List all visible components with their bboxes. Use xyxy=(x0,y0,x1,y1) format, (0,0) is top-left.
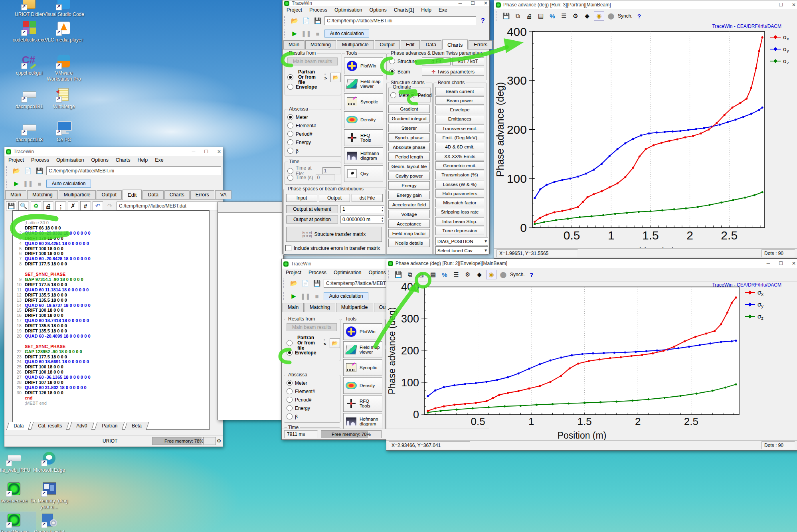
tracewin-editor-window[interactable]: TraceWin ─☐✕ ProjectProcessOptimisationO… xyxy=(4,147,223,447)
menu-process[interactable]: Process xyxy=(309,7,327,13)
radio-icon[interactable] xyxy=(287,413,293,419)
radio-icon[interactable] xyxy=(287,405,293,411)
field-map-viewer-button[interactable]: Field map viewer xyxy=(343,341,382,358)
rfq-tools-button[interactable]: RFQ Tools xyxy=(344,129,383,146)
beam-chart-4d-6d-emit--button[interactable]: 4D & 6D emit. xyxy=(435,143,484,151)
marker-icon[interactable]: ◆ xyxy=(475,270,484,279)
radio-icon[interactable] xyxy=(287,388,293,394)
save-icon[interactable]: 💾 xyxy=(312,279,322,288)
menu-exe[interactable]: Exe xyxy=(439,7,447,13)
time-value-field[interactable]: 0 xyxy=(316,174,335,181)
radio-abscissa-meter[interactable]: Meter xyxy=(287,380,307,386)
radio-icon[interactable] xyxy=(409,92,415,98)
inactive-dot-icon[interactable]: ⬤ xyxy=(606,12,616,20)
tab-va[interactable]: VA xyxy=(215,190,232,199)
density-button[interactable]: Density xyxy=(343,377,382,394)
hofmann-diagram-button[interactable]: Hofmann diagram xyxy=(343,413,382,430)
radio-icon[interactable] xyxy=(287,139,293,145)
active-dot-icon[interactable]: ◉ xyxy=(594,11,604,21)
context-help-icon[interactable]: ? xyxy=(635,12,644,20)
number-icon[interactable]: # xyxy=(80,201,91,211)
run-icon[interactable]: ▶ xyxy=(12,179,21,188)
open-folder-icon[interactable]: 📂 xyxy=(290,16,299,25)
radio-icon[interactable] xyxy=(389,69,395,75)
time-value-field[interactable]: 1 xyxy=(322,167,341,174)
print-icon[interactable]: 🖨 xyxy=(43,201,53,211)
window-controls[interactable]: ─☐✕ xyxy=(767,259,796,268)
new-file-icon[interactable]: 📄 xyxy=(23,166,33,175)
comment-icon[interactable]: ; xyxy=(55,201,66,211)
menu-optimisation[interactable]: Optimisation xyxy=(56,157,84,163)
desktop-icon-vmware-workstation-pro[interactable]: VMware Workstation Pro xyxy=(42,53,86,82)
table-icon[interactable]: ▤ xyxy=(428,270,438,279)
title-bar[interactable]: TraceWin─☐✕ xyxy=(283,0,489,6)
tab-edit[interactable]: Edit xyxy=(123,190,142,200)
menu-process[interactable]: Process xyxy=(309,270,326,275)
density-button[interactable]: Density xyxy=(344,111,383,128)
main-tab-bar[interactable]: MainMatchingMultiparticleOutputEditDataC… xyxy=(283,40,489,49)
field-map-viewer-button[interactable]: Field map viewer xyxy=(344,75,383,92)
radio-icon[interactable] xyxy=(389,58,395,64)
checkbox-icon[interactable] xyxy=(285,245,291,251)
structure-chart-steerer-button[interactable]: Steerer xyxy=(388,124,430,132)
bottom-tab-adv0[interactable]: Adv0 xyxy=(69,422,95,430)
menu-exe[interactable]: Exe xyxy=(155,157,164,163)
bottom-tab-beta[interactable]: Beta xyxy=(125,422,149,430)
desktop-icon-vlc-media-player[interactable]: VLC media player xyxy=(42,20,86,43)
structure-chart-energy-gain-button[interactable]: Energy gain xyxy=(388,191,430,199)
copy-icon[interactable]: ⧉ xyxy=(513,12,522,20)
new-file-icon[interactable]: 📄 xyxy=(301,16,311,25)
plotwin-button[interactable]: PlotWin xyxy=(344,57,383,74)
settings-icon[interactable]: ⚙ xyxy=(571,12,580,20)
bottom-tab-data[interactable]: Data xyxy=(6,422,31,430)
structure-chart-gradient-button[interactable]: Gradient xyxy=(388,105,430,113)
phase-spaces-input-button[interactable]: Input xyxy=(286,194,317,202)
radio-icon[interactable] xyxy=(287,114,293,120)
structure-chart-energy-button[interactable]: Energy xyxy=(388,181,430,190)
save-file-icon[interactable]: 💾 xyxy=(6,201,16,211)
project-path-field[interactable]: C:/temp/temp7/lattice/MEBT.ini xyxy=(46,166,221,175)
bottom-tab-cal-results[interactable]: Cal. results xyxy=(31,422,69,430)
percent-icon[interactable]: % xyxy=(440,270,449,279)
tab-main[interactable]: Main xyxy=(283,303,304,312)
pause-icon[interactable]: ❚❚ xyxy=(23,179,33,188)
beam-chart-emittances-button[interactable]: Emittances xyxy=(435,115,484,123)
beam-chart-beam-current-button[interactable]: Beam current xyxy=(435,87,484,95)
stop-icon[interactable]: ■ xyxy=(35,179,44,188)
beam-chart-halo-parameters-button[interactable]: Halo parameters xyxy=(435,189,484,198)
structure-chart-acceptance-button[interactable]: Acceptance xyxy=(388,220,430,228)
levels-icon[interactable]: ☰ xyxy=(451,270,461,279)
menu-bar[interactable]: ProjectProcessOptimisationOptionsChartsH… xyxy=(4,156,223,164)
tab-charts[interactable]: Charts xyxy=(164,190,190,199)
main-tab-bar[interactable]: MainMatchingMultiparticleOutputEditDataC… xyxy=(4,190,223,200)
radio-ordinate-meter[interactable]: Meter xyxy=(390,92,411,98)
beam-chart-transverse-emit--button[interactable]: Transverse emit. xyxy=(435,124,484,133)
tab-multiparticle[interactable]: Multiparticle xyxy=(336,303,373,312)
project-path-field[interactable]: C:/temp/temp7/lattice/MEBT.ini xyxy=(324,16,476,25)
main-beam-results-button[interactable]: Main beam results xyxy=(287,57,338,65)
blank-window-titlebar[interactable] xyxy=(218,202,283,213)
auto-calculation-button[interactable]: Auto calculation xyxy=(324,292,368,300)
radio-envelope[interactable]: Envelope xyxy=(287,84,317,90)
open-folder-icon[interactable]: 📂 xyxy=(12,166,21,175)
remove-element-icon[interactable]: ✗ xyxy=(68,201,78,211)
blank-window[interactable] xyxy=(218,202,284,420)
table-icon[interactable]: ▤ xyxy=(536,12,546,20)
radio-beam[interactable]: Beam xyxy=(389,69,410,75)
percent-icon[interactable]: % xyxy=(548,12,557,20)
qxy-button[interactable]: Qxy xyxy=(344,165,383,182)
stop-icon[interactable]: ■ xyxy=(313,29,322,38)
radio-icon[interactable] xyxy=(287,397,293,403)
menu-options[interactable]: Options xyxy=(91,157,109,163)
print-icon[interactable]: 🖨 xyxy=(417,270,426,279)
save-icon[interactable]: 💾 xyxy=(35,166,44,175)
structure-chart-period-length-button[interactable]: Period length xyxy=(388,152,430,161)
desktop-icon-winmerge[interactable]: WinMerge xyxy=(42,87,86,110)
radio-ordinate-period[interactable]: Period xyxy=(409,92,432,98)
refresh-icon[interactable]: ♻ xyxy=(31,201,41,211)
radio-abscissa-element-[interactable]: Element# xyxy=(287,388,315,394)
radio-abscissa--[interactable]: β xyxy=(287,148,299,154)
settings-icon[interactable]: ⚙ xyxy=(463,270,473,279)
radio-abscissa-element-[interactable]: Element# xyxy=(287,123,316,129)
run-icon[interactable]: ▶ xyxy=(289,292,299,301)
